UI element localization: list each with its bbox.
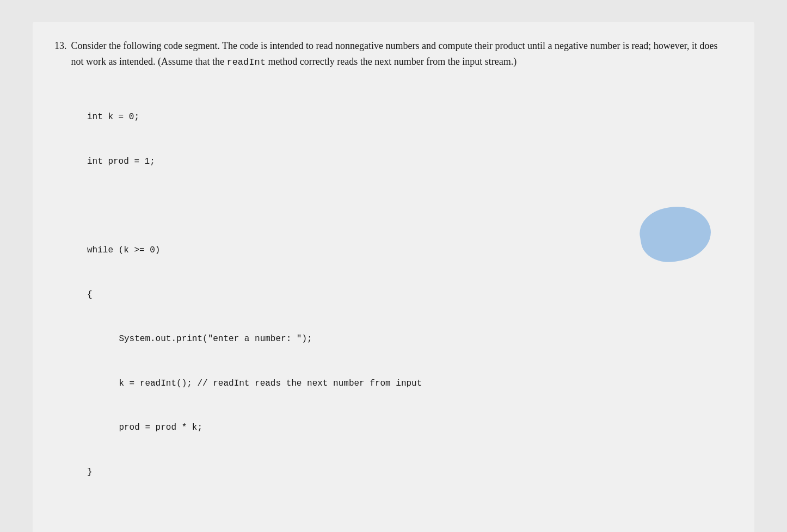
question-intro: Consider the following code segment. The… [71, 38, 733, 70]
intro-text-part2: method correctly reads the next number f… [268, 56, 517, 67]
code-line-5: { [87, 288, 733, 302]
code-line-3 [87, 199, 733, 213]
code-line-4: while (k >= 0) [87, 243, 733, 258]
code-line-6: System.out.print("enter a number: "); [87, 332, 733, 347]
code-line-10 [87, 509, 733, 524]
code-line-9: } [87, 465, 733, 480]
code-line-8: prod = prod * k; [87, 420, 733, 435]
code-line-2: int prod = 1; [87, 154, 733, 169]
code-block: int k = 0; int prod = 1; while (k >= 0) … [87, 81, 733, 532]
question-number: 13. [54, 38, 67, 70]
readint-inline-code: readInt [226, 57, 265, 67]
code-line-7: k = readInt(); // readInt reads the next… [87, 376, 733, 391]
question-container: 13. Consider the following code segment.… [33, 22, 754, 532]
question-header: 13. Consider the following code segment.… [54, 38, 733, 70]
code-line-1: int k = 0; [87, 110, 733, 125]
